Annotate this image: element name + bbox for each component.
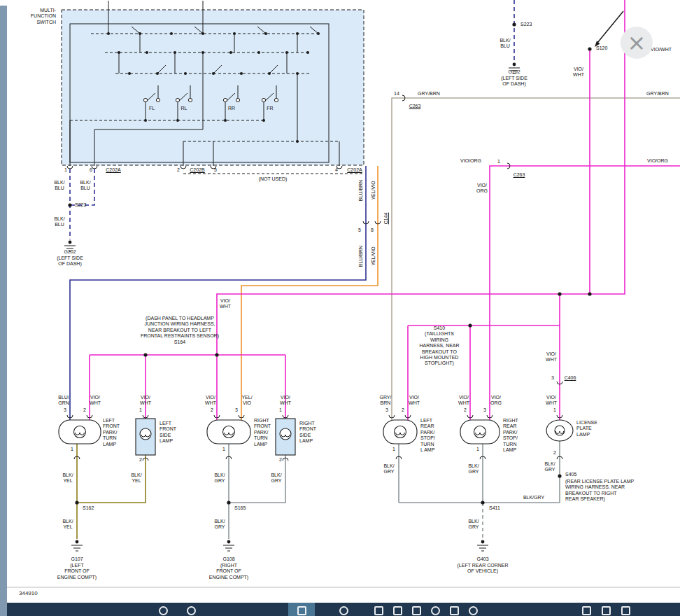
diagram-label: 6	[90, 167, 92, 173]
mail-icon[interactable]	[374, 606, 383, 615]
ground-g107	[71, 540, 83, 551]
wire-yel-vio	[241, 166, 378, 420]
diagram-label: BLK/ GRY	[214, 519, 225, 531]
diagram-label: BLK/ GRY	[544, 461, 555, 473]
user-icon[interactable]	[187, 606, 196, 615]
lamp-right-rear-park-stop-turn	[460, 420, 500, 444]
diagram-label: RIGHT FRONT SIDE LAMP	[299, 421, 316, 444]
diagram-label: VIO/ WHT	[458, 395, 469, 407]
bottom-toolbar	[7, 603, 680, 616]
lamp-left-front-side	[136, 419, 155, 455]
diagram-label: VIO/ORG	[460, 158, 481, 164]
diagram-label: (NOT USED)	[259, 176, 288, 182]
diagram-label: LEFT REAR PARK/ STOP/ TURN L AMP	[420, 418, 435, 453]
diagram-label: BLK/ GRY	[468, 519, 479, 531]
refresh-icon[interactable]	[339, 606, 348, 615]
diagram-label: VIO/ ORG	[476, 183, 488, 195]
print-icon[interactable]	[393, 606, 402, 615]
clock-icon[interactable]	[159, 606, 168, 615]
diagram-id: 344910	[19, 590, 38, 596]
diagram-label: VIO/ WHT	[546, 351, 557, 363]
diagram-label: GRY/BRN	[646, 91, 669, 97]
diagram-label: 2	[139, 457, 142, 463]
diagram-label: VIO/ WHT	[90, 395, 101, 407]
image-icon[interactable]	[582, 606, 591, 615]
connector-link-c406[interactable]: C406	[565, 375, 576, 381]
globe-icon[interactable]	[469, 606, 478, 615]
diagram-label: 2	[402, 407, 404, 413]
connector-link-c263[interactable]: C263	[409, 104, 421, 109]
diagram-label: YEL/VIO	[371, 181, 376, 200]
expand-icon[interactable]	[621, 606, 630, 615]
multifunction-switch	[62, 1, 364, 174]
diagram-label: 3	[551, 375, 554, 381]
diagram-label: BLK/ BLU	[54, 216, 64, 228]
diagram-label: 5	[214, 167, 217, 173]
phone-icon[interactable]	[431, 606, 440, 615]
connector-link-c202b[interactable]: C202B	[190, 167, 204, 173]
diagram-label: 4	[335, 167, 338, 173]
diagram-label: 2	[279, 457, 282, 463]
diagram-label: 2	[464, 407, 467, 413]
connector-link-c202a[interactable]: C202A	[106, 167, 120, 173]
diagram-label: VIO/ WHT	[409, 395, 420, 407]
diagram-label: 14	[394, 91, 399, 97]
diagram-label: YEL/ VIO	[241, 395, 252, 407]
diagram-label: VIO/ WHT	[220, 298, 231, 310]
diagram-label: 1	[553, 407, 556, 413]
diagram-label: BLK/GRY	[523, 495, 544, 500]
diagram-label: RR	[228, 106, 235, 111]
diagram-label: VIO/ WHT	[546, 395, 557, 407]
wire-blk-yel	[77, 444, 146, 539]
diagram-label: 1	[279, 407, 282, 413]
wire-blk-gry	[229, 441, 560, 539]
diagram-label: FR	[267, 106, 273, 111]
layers-icon[interactable]	[602, 606, 611, 615]
diagram-label: 3	[483, 407, 486, 413]
diagram-label: 1	[71, 447, 73, 452]
diagram-label: S411	[489, 505, 500, 511]
diagram-label: (LEFT REAR CORNER OF VEHICLE)	[458, 563, 509, 575]
diagram-label: GRY/ BRN	[380, 395, 392, 407]
diagram-label: BLK/ YEL	[62, 472, 73, 484]
diagram-label: (RIGHT FRONT OF ENGINE COMPT)	[209, 563, 248, 580]
diagram-label: (DASH PANEL TO HEADLAMP JUNCTION WIRING …	[141, 316, 219, 345]
connector-link-c202a-2[interactable]: C202A	[347, 167, 362, 173]
diagram-label: 8	[371, 227, 374, 233]
diagram-label: S410 (TAILLIGHTS WIRING HARNESS, NEAR BR…	[419, 326, 459, 367]
diagram-label: LICENSE PLATE LAMP	[576, 420, 597, 438]
diagram-label: (LEFT FRONT OF ENGINE COMPT)	[57, 563, 97, 580]
close-icon: ×	[628, 31, 646, 54]
diagram-label: 2	[177, 167, 180, 173]
lamp-left-rear-park-stop-turn	[383, 420, 417, 444]
diagram-label: S223	[520, 22, 532, 27]
connector-link-c263-2[interactable]: C263	[513, 172, 525, 178]
diagram-label: VIO/WHT	[651, 47, 672, 52]
diagram-label: S223	[75, 202, 86, 208]
diagram-label: S405	[565, 472, 576, 477]
diagram-label: 5	[358, 227, 361, 233]
connector-link-c144[interactable]: C144	[383, 213, 389, 225]
save-icon[interactable]	[412, 606, 421, 615]
diagram-label: 1	[392, 447, 395, 452]
text-tool-icon[interactable]	[297, 606, 306, 615]
scrollbar-button[interactable]	[0, 0, 7, 6]
diagram-label: GRY/BRN	[418, 91, 440, 97]
diagram-label: S165	[234, 505, 246, 511]
close-button[interactable]: ×	[621, 27, 653, 59]
diagram-label: LEFT FRONT SIDE LAMP	[160, 421, 176, 444]
wire-vio-org	[490, 166, 680, 420]
diagram-label: BLK/ BLU	[500, 38, 510, 50]
diagram-label: BLK/ BLU	[54, 180, 64, 192]
diagram-label: G202	[64, 249, 76, 255]
diagram-label: MULTI- FUNCTION SWITCH	[31, 8, 56, 25]
diagram-label: 1	[497, 159, 500, 164]
diagram-label: VIO/ WHT	[205, 395, 216, 407]
toolbar-icons	[7, 603, 680, 616]
chart-icon[interactable]	[450, 606, 459, 615]
lamp-right-front-side	[276, 419, 295, 455]
left-scrollbar[interactable]	[0, 0, 7, 616]
diagram-label: 3	[64, 407, 66, 413]
diagram-label: 3	[385, 407, 388, 413]
diagram-label: VIO/ WHT	[140, 395, 151, 407]
